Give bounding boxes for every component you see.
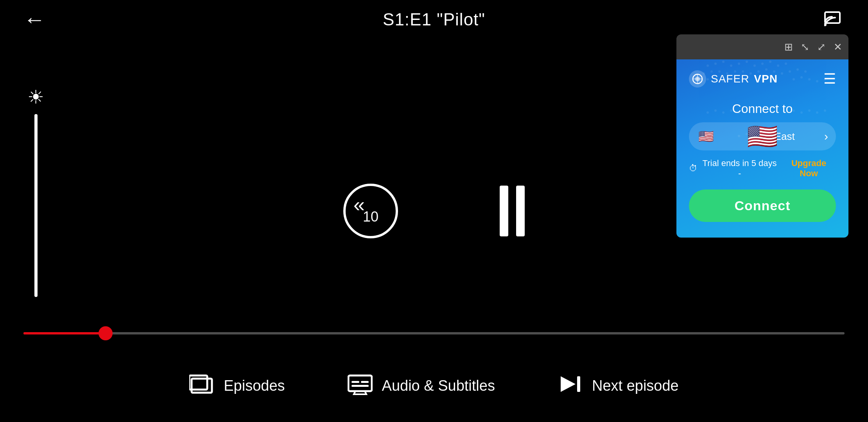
vpn-logo-vpn: VPN (754, 73, 778, 85)
brightness-track[interactable] (34, 114, 38, 297)
vpn-shrink-icon[interactable]: ⤡ (801, 42, 809, 52)
svg-point-14 (738, 63, 740, 65)
bottom-controls: Episodes Audio & Subtitles Next episode (0, 373, 868, 399)
vpn-flag-small: 🇺🇸 (697, 127, 716, 146)
episodes-icon (189, 373, 214, 399)
svg-point-13 (730, 64, 732, 67)
vpn-logo: SAFERVPN (689, 70, 778, 88)
vpn-popup: ⊞ ⤡ ⤢ ✕ (676, 34, 848, 238)
svg-rect-7 (361, 381, 369, 383)
rewind-number: 10 (363, 209, 378, 225)
episodes-button[interactable]: Episodes (189, 373, 285, 399)
pause-bar-left (500, 186, 508, 236)
vpn-connect-to-label: Connect to (689, 102, 836, 116)
vpn-body: SAFERVPN ☰ Connect to 🇺🇸 USA East › 🇺🇸 ⏱… (676, 59, 848, 238)
header: ← S1:E1 "Pilot" (0, 0, 868, 39)
svg-point-16 (753, 64, 756, 67)
vpn-flag-large: 🇺🇸 (743, 117, 782, 156)
vpn-menu-icon[interactable]: ☰ (823, 71, 836, 87)
audio-subtitles-label: Audio & Subtitles (382, 377, 495, 394)
vpn-trial-text: ⏱ Trial ends in 5 days - Upgrade Now (689, 158, 836, 179)
episodes-label: Episodes (224, 377, 285, 394)
back-button[interactable]: ← (23, 9, 45, 30)
brightness-fill (34, 114, 38, 297)
vpn-logo-safer: SAFER (711, 73, 749, 85)
rewind-circle: « 10 (343, 184, 398, 238)
pause-button[interactable] (500, 186, 525, 236)
progress-fill (23, 332, 106, 334)
vpn-expand-icon[interactable]: ⤢ (817, 42, 826, 52)
rewind-button[interactable]: « 10 (343, 184, 398, 238)
vpn-logo-icon (689, 70, 706, 88)
vpn-upgrade-link[interactable]: Upgrade Now (782, 158, 836, 179)
svg-point-12 (722, 61, 725, 63)
svg-point-10 (707, 64, 709, 67)
vpn-titlebar: ⊞ ⤡ ⤢ ✕ (676, 34, 848, 59)
clock-icon: ⏱ (689, 163, 698, 173)
cast-button[interactable] (824, 8, 845, 31)
svg-point-18 (769, 61, 771, 63)
svg-rect-6 (352, 385, 369, 387)
next-episode-button[interactable]: Next episode (558, 373, 679, 399)
vpn-arrange-icon[interactable]: ⊞ (784, 42, 793, 52)
vpn-chevron-icon: › (824, 130, 828, 143)
next-episode-label: Next episode (592, 377, 679, 394)
vpn-header: SAFERVPN ☰ (689, 70, 836, 88)
vpn-trial-label: Trial ends in 5 days - (701, 158, 778, 179)
vpn-close-icon[interactable]: ✕ (834, 42, 842, 52)
next-episode-icon (558, 373, 583, 399)
center-controls: « 10 (343, 184, 525, 238)
rewind-arrows-icon: « (353, 193, 365, 216)
svg-point-20 (785, 63, 787, 65)
svg-point-15 (746, 61, 748, 63)
brightness-icon: ☀ (27, 86, 44, 108)
vpn-connect-button[interactable]: Connect (689, 190, 836, 222)
brightness-slider: ☀ (27, 86, 44, 297)
progress-thumb[interactable] (99, 326, 113, 340)
svg-marker-8 (561, 376, 576, 392)
svg-point-19 (777, 64, 779, 67)
svg-rect-5 (352, 381, 359, 383)
svg-rect-2 (192, 379, 212, 393)
svg-point-17 (761, 63, 764, 65)
progress-bar-container[interactable] (23, 331, 845, 336)
svg-point-11 (714, 63, 717, 65)
vpn-location-container: 🇺🇸 USA East › 🇺🇸 (689, 122, 836, 150)
audio-subtitles-icon (348, 373, 373, 399)
video-title: S1:E1 "Pilot" (383, 10, 485, 29)
progress-track[interactable] (23, 332, 845, 334)
audio-subtitles-button[interactable]: Audio & Subtitles (348, 373, 495, 399)
pause-bar-right (516, 186, 525, 236)
svg-rect-9 (577, 376, 580, 392)
svg-rect-4 (348, 376, 372, 391)
